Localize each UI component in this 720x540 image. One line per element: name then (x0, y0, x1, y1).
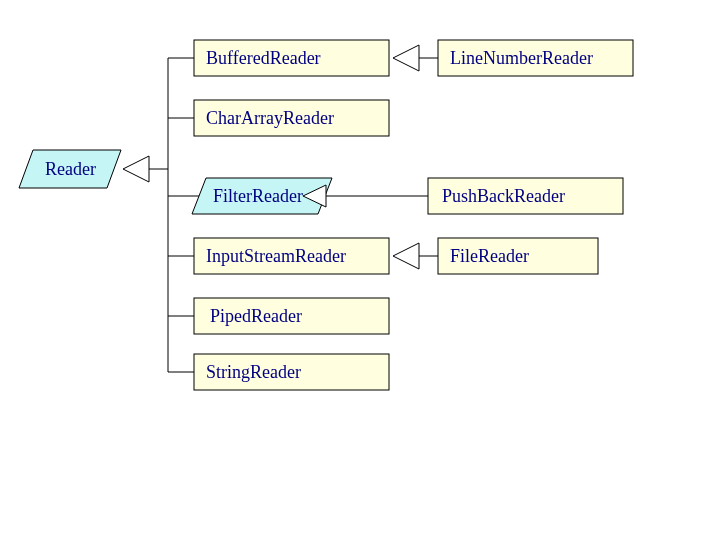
arrowhead-to-reader (123, 156, 149, 182)
arrowhead-to-inputstreamreader (393, 243, 419, 269)
label-pushbackreader: PushBackReader (442, 186, 565, 206)
label-stringreader: StringReader (206, 362, 301, 382)
label-bufferedreader: BufferedReader (206, 48, 321, 68)
label-linenumberreader: LineNumberReader (450, 48, 593, 68)
label-chararrayreader: CharArrayReader (206, 108, 334, 128)
label-pipedreader: PipedReader (210, 306, 302, 326)
label-filereader: FileReader (450, 246, 529, 266)
label-filterreader: FilterReader (213, 186, 303, 206)
label-inputstreamreader: InputStreamReader (206, 246, 346, 266)
reader-hierarchy-diagram: Reader BufferedReader LineNumberReader C… (0, 0, 720, 540)
label-reader: Reader (45, 159, 96, 179)
arrowhead-to-bufferedreader (393, 45, 419, 71)
